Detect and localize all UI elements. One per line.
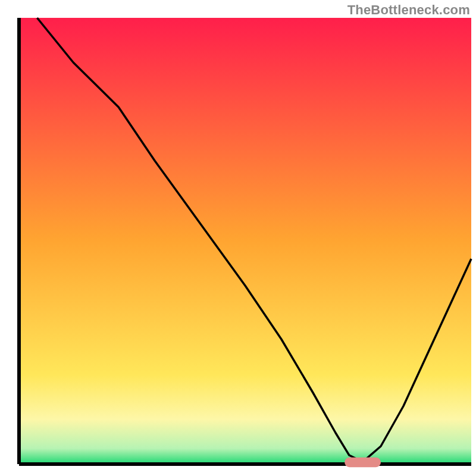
optimal-range-marker — [345, 458, 381, 468]
bottleneck-chart — [0, 0, 476, 476]
plot-background — [19, 18, 471, 464]
watermark-text: TheBottleneck.com — [347, 2, 470, 18]
chart-container: TheBottleneck.com — [0, 0, 476, 476]
